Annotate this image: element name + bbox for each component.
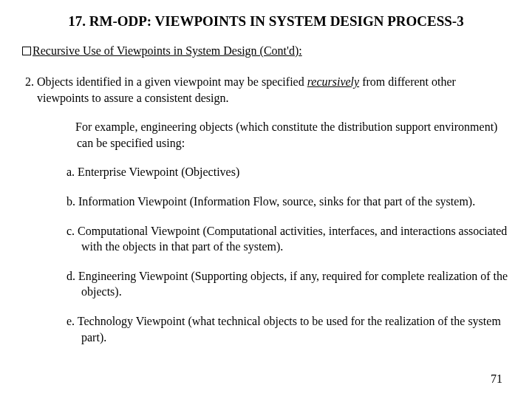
list-item-a: a. Enterprise Viewpoint (Objectives) — [66, 164, 510, 180]
subheading-text: Recursive Use of Viewpoints in System De… — [33, 44, 302, 57]
list-item-c: c. Computational Viewpoint (Computationa… — [66, 223, 510, 255]
list-item-b: b. Information Viewpoint (Information Fl… — [66, 194, 510, 210]
example-intro: For example, engineering objects (which … — [66, 119, 510, 151]
paragraph-2: 2. Objects identified in a given viewpoi… — [25, 74, 510, 106]
example-block: For example, engineering objects (which … — [66, 119, 510, 345]
para2-recursively: recursively — [307, 75, 359, 88]
slide-page: 17. RM-ODP: VIEWPOINTS IN SYSTEM DESIGN … — [0, 0, 532, 345]
bullet-icon — [22, 47, 31, 55]
para2-part-a: 2. Objects identified in a given viewpoi… — [25, 75, 307, 88]
page-number: 71 — [491, 372, 502, 386]
page-title: 17. RM-ODP: VIEWPOINTS IN SYSTEM DESIGN … — [22, 13, 510, 30]
list-item-d: d. Engineering Viewpoint (Supporting obj… — [66, 268, 510, 300]
list-item-e: e. Technology Viewpoint (what technical … — [66, 313, 510, 345]
section-subheading: Recursive Use of Viewpoints in System De… — [22, 44, 510, 58]
